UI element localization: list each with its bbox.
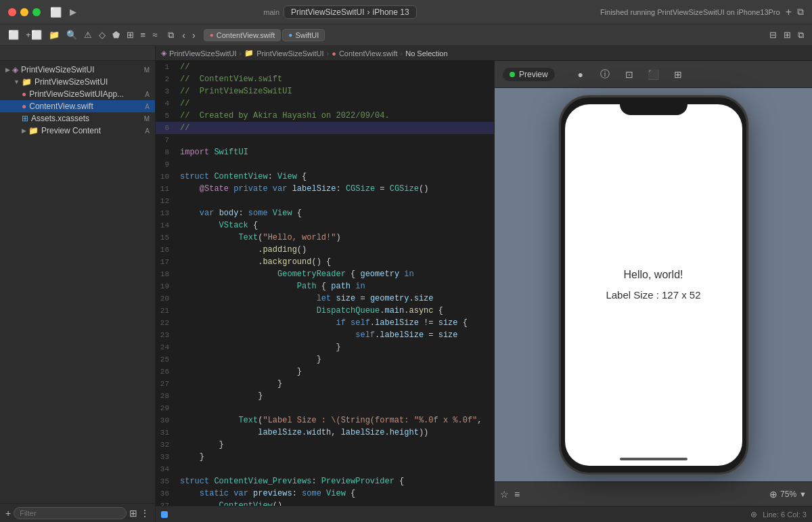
group-icon: ◈: [12, 65, 18, 74]
line-col-label: Line: 6 Col: 3: [763, 510, 807, 519]
line-number: 22: [156, 317, 177, 329]
code-line-6: 6 //: [156, 122, 494, 134]
iphone-notch: [620, 97, 687, 115]
zoom-dropdown-button[interactable]: ▼: [799, 490, 807, 498]
tab-swiftui[interactable]: ● SwiftUI: [282, 29, 325, 41]
tab-label-2: SwiftUI: [295, 31, 319, 39]
preview-pin-button[interactable]: ☆: [500, 489, 509, 500]
preview-btn-device[interactable]: ⊡: [620, 65, 639, 84]
line-content: Text("Label Size : \(String(format: "%.0…: [177, 414, 494, 427]
sidebar-item-root-group[interactable]: ▶ ◈ PrintViewSizeSwitUI M: [0, 64, 155, 76]
cpu-icon[interactable]: ≈: [150, 28, 160, 41]
preview-icon[interactable]: ⧉: [165, 28, 177, 42]
sidebar-item-label: Assets.xcassets: [31, 114, 89, 123]
sort-button[interactable]: ⊞: [129, 508, 137, 519]
badge-a: A: [145, 127, 150, 135]
breakpoint-icon[interactable]: ⬟: [110, 28, 122, 41]
titlebar-sub-label: main: [263, 8, 279, 16]
sidebar-toggle-button[interactable]: ⬜: [49, 5, 62, 19]
line-content: //: [177, 97, 494, 110]
add-file-icon[interactable]: +⬜: [23, 28, 45, 41]
sidebar-item-project[interactable]: ▼ 📁 PrintViewSizeSwitUI: [0, 76, 155, 88]
add-file-button[interactable]: +: [5, 508, 11, 519]
iphone-home-indicator: [620, 458, 687, 460]
line-number: 33: [156, 451, 177, 463]
line-number: 24: [156, 341, 177, 353]
breadcrumb-item-3: ●: [332, 49, 336, 58]
debug-toggle[interactable]: ⊞: [781, 28, 794, 42]
chevron-icon: ›: [367, 7, 370, 17]
line-number: 32: [156, 439, 177, 451]
line-number: 29: [156, 402, 177, 414]
line-number: 37: [156, 500, 177, 506]
line-number: 6: [156, 122, 177, 134]
sidebar-item-contentview[interactable]: ● ContentView.swift A: [0, 100, 155, 112]
preview-btn-info[interactable]: ⓘ: [595, 65, 614, 84]
editor-and-preview: 1 // 2 // ContentView.swift 3 // PrintVi…: [156, 61, 812, 506]
line-content: if self.labelSize != size {: [177, 317, 494, 329]
breadcrumb-text-3[interactable]: ContentView.swift: [339, 49, 398, 58]
options-button[interactable]: ⋮: [140, 508, 150, 519]
line-number: 16: [156, 244, 177, 256]
bookmark-icon[interactable]: ◇: [96, 28, 108, 41]
preview-panel: Preview ● ⓘ ⊡ ⬛ ⊞: [494, 61, 812, 506]
sidebar-item-preview-content[interactable]: ▶ 📁 Preview Content A: [0, 125, 155, 137]
code-line-13: 13 var body: some View {: [156, 207, 494, 219]
breadcrumb-text-2[interactable]: PrintViewSizeSwitUI: [256, 49, 323, 58]
folder-icon[interactable]: 📁: [46, 28, 62, 41]
sidebar-item-appfile[interactable]: ● PrintViewSizeSwitUIApp... A: [0, 88, 155, 100]
folder-icon: 📁: [22, 77, 32, 87]
close-button[interactable]: [8, 8, 16, 16]
grid-icon[interactable]: ⊞: [124, 28, 137, 41]
line-content: ContentView(): [177, 500, 494, 506]
filter-input[interactable]: [14, 507, 127, 519]
line-number: 28: [156, 390, 177, 402]
inspector-toggle[interactable]: ⊟: [767, 28, 780, 42]
tab-contentview-swift[interactable]: ● ContentView.swift: [204, 29, 281, 41]
back-button[interactable]: ‹: [179, 29, 188, 41]
split-view-button[interactable]: ⧉: [797, 6, 804, 18]
line-content: Path { path in: [177, 280, 494, 292]
code-line-2: 2 // ContentView.swift: [156, 73, 494, 85]
search-icon[interactable]: 🔍: [64, 28, 80, 41]
minimize-button[interactable]: [20, 8, 28, 16]
scheme-selector[interactable]: PrintViewSizeSwitUI › iPhone 13: [284, 5, 417, 19]
sidebar-item-label: PrintViewSizeSwitUI: [21, 65, 94, 74]
line-number: 7: [156, 134, 177, 146]
preview-btn-color[interactable]: ⊞: [669, 65, 687, 84]
warning-icon[interactable]: ⚠: [81, 28, 95, 41]
breadcrumb: ◈ PrintViewSizeSwitUI › 📁 PrintViewSizeS…: [156, 46, 812, 61]
sidebar-item-assets[interactable]: ⊞ Assets.xcassets M: [0, 112, 155, 125]
swift-file-icon: ●: [22, 89, 26, 99]
preview-btn-circle[interactable]: ●: [571, 65, 590, 84]
code-line-5: 5 // Created by Akira Hayashi on 2022/09…: [156, 110, 494, 122]
file-new-icon[interactable]: ⬜: [5, 28, 22, 41]
preview-zoom: ⊕ 75% ▼: [769, 489, 807, 500]
code-line-11: 11 @State private var labelSize: CGSize …: [156, 183, 494, 195]
forward-button[interactable]: ›: [189, 29, 198, 41]
badge-a: A: [145, 91, 150, 98]
code-line-35: 35 struct ContentView_Previews: PreviewP…: [156, 475, 494, 487]
maximize-button[interactable]: [32, 8, 41, 16]
line-number: 19: [156, 280, 177, 292]
breadcrumb-text-4[interactable]: No Selection: [405, 49, 447, 58]
preview-list-button[interactable]: ≡: [514, 489, 520, 500]
line-number: 17: [156, 256, 177, 268]
assets-icon: ⊞: [22, 114, 28, 123]
run-button[interactable]: ▶: [66, 5, 80, 19]
scheme-name: PrintViewSizeSwitUI: [291, 7, 364, 17]
zoom-out-button[interactable]: ⊕: [769, 489, 777, 500]
line-content: self.labelSize = size: [177, 329, 494, 341]
zoom-icon-button[interactable]: ⊕: [750, 510, 757, 519]
code-editor[interactable]: 1 // 2 // ContentView.swift 3 // PrintVi…: [156, 61, 494, 506]
right-panel-toggle[interactable]: ⧉: [795, 28, 807, 42]
memory-icon[interactable]: ≡: [138, 28, 149, 41]
preview-btn-orientation[interactable]: ⬛: [644, 65, 663, 84]
sidebar-header: [0, 46, 155, 61]
breadcrumb-text-1[interactable]: PrintViewSizeSwitUI: [169, 49, 236, 58]
add-button[interactable]: +: [786, 6, 792, 18]
line-number: 15: [156, 232, 177, 244]
line-number: 21: [156, 305, 177, 317]
code-line-15: 15 Text("Hello, world!"): [156, 232, 494, 244]
line-content: [177, 195, 494, 207]
